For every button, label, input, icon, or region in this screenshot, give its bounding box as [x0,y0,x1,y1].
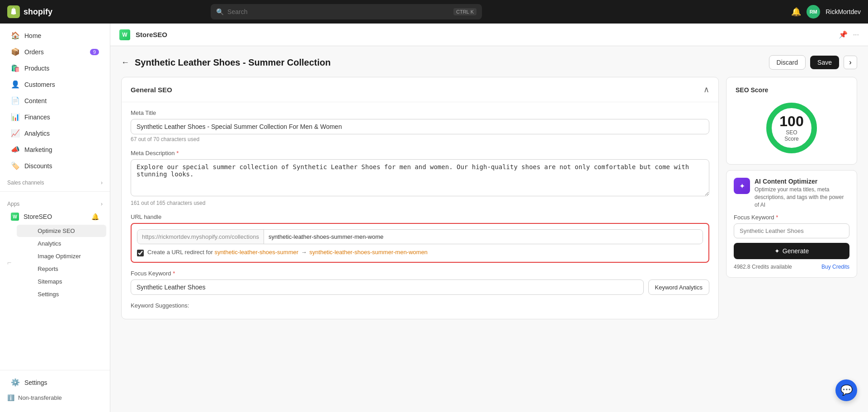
meta-title-label: Meta Title [131,109,709,116]
url-prefix: https://rickmortdev.myshopify.com/collec… [137,230,264,244]
sidebar-sub-analytics[interactable]: Analytics [17,237,106,250]
sidebar-item-label: Discounts [24,162,52,170]
sidebar-sub-reports[interactable]: Reports [17,263,106,275]
score-circle-text: 100 SEO Score [778,114,805,142]
sidebar-item-storeseo[interactable]: W StoreSEO 🔔 [4,209,106,224]
url-redirect-text: Create a URL redirect for synthetic-leat… [147,249,428,256]
meta-description-input[interactable]: Explore our special summer collection of… [131,159,709,196]
ai-optimizer-card: ✦ AI Content Optimizer Optimize your met… [726,170,857,278]
sidebar-item-analytics[interactable]: 📈 Analytics [4,125,106,141]
sidebar-item-orders[interactable]: 📦 Orders 9 [4,44,106,60]
page-title: Synthetic Leather Shoes - Summer Collect… [135,57,330,68]
meta-title-hint: 67 out of 70 characters used [131,136,709,142]
next-button[interactable]: › [844,56,857,69]
non-transferable-label: Non-transferable [18,394,62,401]
redirect-new-link[interactable]: synthetic-leather-shoes-summer-men-women [309,249,428,256]
app-header: W StoreSEO 📌 ··· [110,24,868,46]
generate-label: Generate [783,247,809,255]
search-input[interactable] [227,8,450,15]
search-shortcut: CTRL K [453,8,476,15]
sidebar-item-discounts[interactable]: 🏷️ Discounts [4,158,106,174]
generate-button[interactable]: ✦ Generate [734,243,849,259]
url-handle-section: https://rickmortdev.myshopify.com/collec… [131,223,709,263]
content-icon: 📄 [11,96,20,105]
credits-row: 4982.8 Credits available Buy Credits [734,264,849,270]
focus-keyword-label: Focus Keyword * [131,270,709,277]
score-number: 100 [778,114,805,128]
sidebar-sub-image-optimizer[interactable]: Image Optimizer [17,250,106,262]
app-body: 🏠 Home 📦 Orders 9 🛍️ Products 👤 Customer… [0,24,868,412]
url-redirect-checkbox[interactable] [137,250,144,256]
discounts-icon: 🏷️ [11,161,20,170]
more-icon[interactable]: ··· [853,31,859,39]
focus-keyword-input[interactable] [131,279,644,295]
buy-credits-link[interactable]: Buy Credits [821,264,849,270]
discard-button[interactable]: Discard [769,55,806,70]
sidebar-item-label: Home [24,32,41,39]
redirect-old-link[interactable]: synthetic-leather-shoes-summer [214,249,298,256]
search-bar[interactable]: 🔍 CTRL K [211,4,482,19]
sales-channels-section: Sales channels › [0,174,110,188]
settings-icon: ⚙️ [11,378,20,387]
sidebar-item-label: Orders [24,48,44,56]
sidebar-item-content[interactable]: 📄 Content [4,93,106,109]
required-marker: * [176,150,179,156]
app-header-right: 📌 ··· [839,30,859,39]
meta-title-input[interactable] [131,119,709,134]
meta-description-label: Meta Description * [131,150,709,156]
sidebar-sub-optimize-seo[interactable]: Optimize SEO [17,225,106,237]
sidebar-item-products[interactable]: 🛍️ Products [4,60,106,76]
card-title: General SEO [131,86,172,94]
keyword-suggestions-label: Keyword Suggestions: [131,302,709,309]
sidebar-sub-settings[interactable]: Settings [17,288,106,300]
seo-score-card: SEO Score 100 SEO Score [726,77,857,165]
orders-icon: 📦 [11,47,20,56]
sidebar-nav: 🏠 Home 📦 Orders 9 🛍️ Products 👤 Customer… [0,24,110,304]
ai-focus-keyword-input[interactable] [734,223,849,238]
main-columns: General SEO ∧ Meta Title 67 out of 70 ch… [121,77,857,403]
general-seo-card: General SEO ∧ Meta Title 67 out of 70 ch… [121,77,719,319]
save-button[interactable]: Save [810,56,839,69]
products-icon: 🛍️ [11,64,20,72]
sidebar-item-label: Content [24,97,47,104]
sidebar-item-label: Finances [24,114,50,121]
app-header-title: StoreSEO [136,31,167,38]
collapse-button[interactable]: ∧ [703,85,709,95]
finances-icon: 📊 [11,113,20,121]
sidebar-item-customers[interactable]: 👤 Customers [4,76,106,92]
ai-card-desc: Optimize your meta titles, meta descript… [755,186,849,208]
keyword-analytics-button[interactable]: Keyword Analytics [648,279,710,295]
pin-icon[interactable]: 📌 [839,30,848,39]
page-header: ← Synthetic Leather Shoes - Summer Colle… [121,55,857,70]
back-button[interactable]: ← [121,58,129,67]
ai-card-title: AI Content Optimizer [755,178,849,185]
sidebar-sub-sitemaps[interactable]: Sitemaps [17,275,106,288]
orders-badge: 9 [90,49,99,55]
page-actions: Discard Save › [769,55,857,70]
search-icon: 🔍 [216,8,224,15]
required-marker: * [173,270,175,277]
generate-icon: ✦ [774,247,780,255]
page-content: ← Synthetic Leather Shoes - Summer Colle… [110,46,868,412]
sidebar-item-finances[interactable]: 📊 Finances [4,109,106,125]
bell-icon[interactable]: 🔔 [91,213,99,220]
sidebar-item-settings[interactable]: ⚙️ Settings [4,374,106,390]
chat-button[interactable]: 💬 [835,379,857,401]
required-marker: * [776,214,778,221]
sidebar-item-marketing[interactable]: 📣 Marketing [4,142,106,157]
storeseo-label: StoreSEO [24,213,52,220]
credits-label: 4982.8 Credits available [734,264,792,270]
chat-icon: 💬 [840,384,853,396]
topbar: shopify 🔍 CTRL K 🔔 RM RickMortdev [0,0,868,24]
sidebar-item-home[interactable]: 🏠 Home [4,28,106,43]
sidebar-bottom: ⚙️ Settings ℹ️ Non-transferable [0,370,110,412]
focus-keyword-row: Keyword Analytics [131,279,709,295]
meta-title-field: Meta Title 67 out of 70 characters used [131,109,709,142]
info-icon: ℹ️ [7,394,14,401]
ai-card-info: AI Content Optimizer Optimize your meta … [755,178,849,208]
url-suffix-input[interactable] [264,230,703,244]
sidebar: 🏠 Home 📦 Orders 9 🛍️ Products 👤 Customer… [0,24,110,412]
notification-icon[interactable]: 🔔 [791,7,801,17]
username: RickMortdev [826,8,861,15]
left-column: General SEO ∧ Meta Title 67 out of 70 ch… [121,77,719,403]
